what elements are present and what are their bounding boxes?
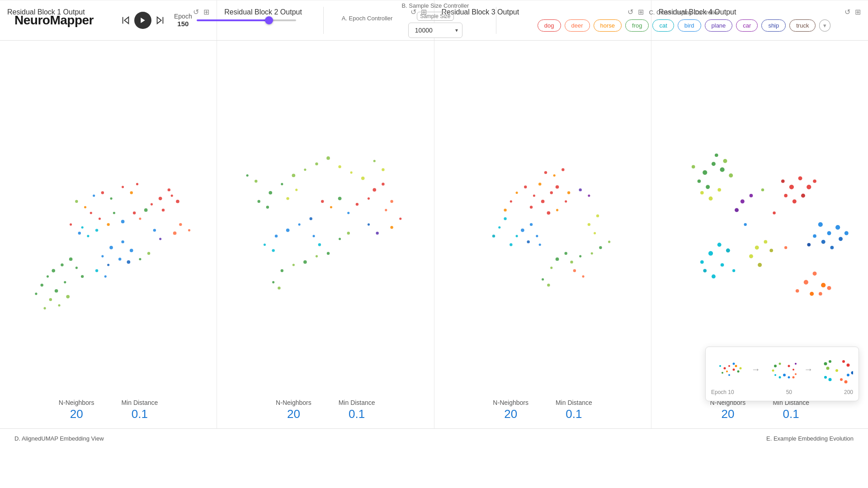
svg-point-111 [550,191,552,194]
svg-point-226 [783,374,786,376]
svg-point-221 [740,367,742,370]
svg-point-20 [121,240,124,243]
svg-point-174 [818,222,822,227]
svg-point-165 [717,188,721,192]
svg-point-32 [179,223,182,226]
svg-point-156 [697,179,701,183]
chip-plane[interactable]: plane [705,19,733,32]
divider-1 [323,7,324,34]
scatter-plot-3 [442,20,644,394]
svg-point-241 [824,376,827,379]
evo-arrow-1: → [751,364,760,375]
svg-point-138 [579,188,581,191]
svg-point-110 [541,200,544,203]
svg-point-124 [515,235,518,237]
chip-horse[interactable]: horse [594,19,622,32]
svg-point-6 [61,263,63,266]
svg-point-109 [391,226,393,229]
svg-point-113 [555,185,559,189]
sample-size-select[interactable]: 10000 1000 5000 50000 [408,23,462,38]
svg-point-238 [847,364,850,367]
svg-point-192 [796,289,799,293]
chip-ship[interactable]: ship [761,19,786,32]
svg-point-225 [793,369,794,371]
views-container: Residual Block 1 Output ↺ ⊞ [0,0,868,428]
svg-point-237 [842,360,845,363]
svg-point-222 [774,365,777,367]
svg-point-210 [722,361,741,379]
next-button[interactable] [155,15,165,25]
svg-point-177 [835,225,840,230]
svg-point-82 [391,200,393,203]
min-distance-label-1: Min Distance [121,399,158,406]
svg-point-199 [749,254,753,258]
n-neighbors-value-3: 20 [504,407,517,421]
svg-point-29 [176,200,179,203]
svg-point-76 [310,217,312,220]
svg-point-33 [188,229,190,231]
svg-point-152 [553,174,555,177]
epoch-slider[interactable] [197,19,296,21]
svg-point-129 [492,235,495,237]
panel-block2-footer: N-Neighbors 20 Min Distance 0.1 [224,394,426,428]
bottom-label-right: E. Example Embedding Evolution [434,434,854,442]
svg-point-203 [749,194,753,197]
play-button[interactable] [134,12,151,29]
svg-point-219 [733,363,735,365]
chip-frog[interactable]: frog [625,19,649,32]
svg-point-217 [737,371,740,373]
chip-more-button[interactable]: ▾ [819,19,830,32]
svg-point-14 [35,293,37,295]
svg-point-155 [712,162,716,166]
chip-deer[interactable]: deer [565,19,590,32]
svg-point-43 [133,211,136,214]
chip-bird[interactable]: bird [678,19,701,32]
svg-point-45 [144,208,148,212]
svg-point-89 [313,235,315,237]
svg-point-72 [361,177,365,180]
svg-point-35 [87,235,89,237]
svg-point-144 [509,200,512,202]
svg-point-193 [821,283,826,287]
svg-point-186 [726,249,730,253]
svg-point-101 [278,286,280,289]
svg-point-36 [95,229,98,231]
svg-point-134 [579,255,581,258]
prev-button[interactable] [121,15,131,25]
chip-dog[interactable]: dog [538,19,561,32]
evolution-images: → → [711,352,853,386]
svg-point-80 [382,183,384,185]
svg-point-40 [113,212,115,214]
n-neighbors-label-3: N-Neighbors [493,399,528,406]
panel-block3-footer: N-Neighbors 20 Min Distance 0.1 [442,394,644,428]
svg-point-188 [712,274,716,278]
chip-truck[interactable]: truck [789,19,816,32]
svg-point-91 [339,238,341,240]
svg-point-103 [255,180,257,183]
svg-point-22 [130,249,133,253]
app-logo: NeuroMapper [14,13,94,28]
svg-point-184 [717,243,721,247]
n-neighbors-label-1: N-Neighbors [59,399,94,406]
svg-point-140 [573,269,576,272]
svg-point-115 [565,200,567,202]
svg-point-10 [75,267,78,269]
svg-point-106 [373,160,376,162]
svg-point-182 [844,231,849,235]
svg-point-116 [529,206,532,208]
svg-point-58 [104,275,107,277]
svg-point-75 [298,223,301,225]
svg-point-171 [781,179,785,183]
svg-point-48 [110,197,112,200]
chip-car[interactable]: car [736,19,758,32]
svg-point-8 [69,258,73,261]
svg-point-17 [66,295,70,299]
svg-point-180 [839,237,843,241]
svg-point-61 [147,252,150,255]
evo-img-3 [816,352,853,386]
evo-label-3: 200 [844,389,853,395]
min-distance-1: Min Distance 0.1 [121,399,158,421]
epoch-label: Epoch [174,13,192,20]
svg-point-105 [287,197,289,200]
chip-cat[interactable]: cat [652,19,674,32]
